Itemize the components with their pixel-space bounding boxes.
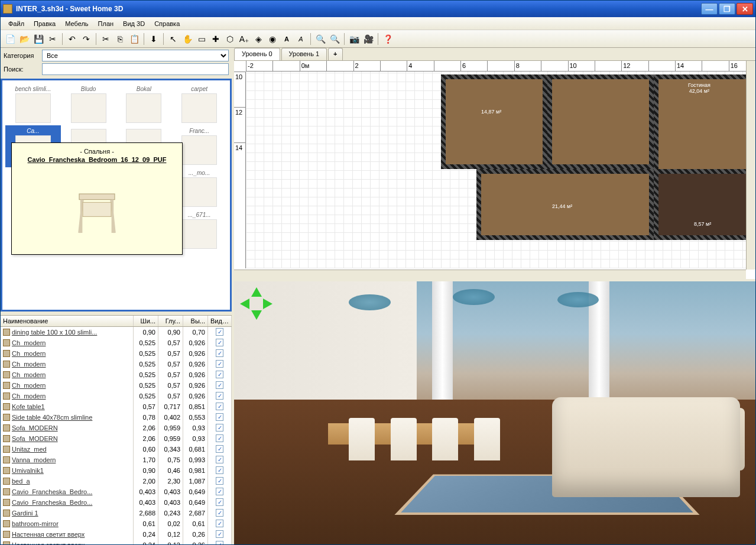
table-row[interactable]: Ch_modern0,5250,570,926✓ [1,348,232,359]
table-row[interactable]: Ch_modern0,5250,570,926✓ [1,369,232,380]
tab-level-0[interactable]: Уровень 0 [234,48,280,60]
cell-visible[interactable]: ✓ [208,348,232,359]
menu-edit[interactable]: Правка [29,18,60,29]
plan-view[interactable]: Уровень 0 Уровень 1 + -20м246810121416 1… [234,48,755,281]
col-width[interactable]: Ши... [134,316,158,326]
menu-furniture[interactable]: Мебель [60,18,93,29]
catalog-item[interactable]: Bludo [61,83,116,125]
cell-visible[interactable]: ✓ [208,411,232,423]
polyline-icon[interactable]: ⬡ [223,33,236,46]
menu-3d[interactable]: Вид 3D [118,18,150,29]
furniture-table[interactable]: Наименование Ши... Глу... Вы... Види... … [1,315,232,545]
cell-visible[interactable]: ✓ [208,507,232,518]
nav-up-icon[interactable] [251,287,262,297]
cell-visible[interactable]: ✓ [208,475,232,486]
table-row[interactable]: Side table 40x78cm slimline0,780,4020,55… [1,412,232,423]
table-row[interactable]: Unitaz_med0,600,3430,681✓ [1,444,232,455]
room-3[interactable]: 21,44 м² [476,169,654,240]
plan-grid[interactable]: 14,87 м² Гостиная 42,04 м² 21,44 м² 8,57… [246,72,755,268]
zoom-out-icon[interactable]: 🔍 [328,33,341,46]
catalog-item[interactable]: bench slimli... [5,83,61,125]
undo-icon[interactable]: ↶ [66,33,79,46]
save-icon[interactable]: 💾 [32,33,45,46]
italic-icon[interactable]: A [294,33,307,46]
table-row[interactable]: Ch_modern0,5250,570,926✓ [1,338,232,348]
table-row[interactable]: Cavio_Francheska_Bedro...0,4030,4030,649… [1,497,232,508]
nav-down-icon[interactable] [251,310,262,320]
table-row[interactable]: Gardini 12,6880,2432,687✓ [1,508,232,518]
minimize-button[interactable]: — [701,3,718,15]
catalog-item[interactable]: carpet [171,83,227,125]
cell-visible[interactable]: ✓ [208,518,232,529]
copy-icon[interactable]: ⎘ [113,33,126,46]
help-icon[interactable]: ❓ [381,33,394,46]
col-name[interactable]: Наименование [1,316,134,326]
cell-visible[interactable]: ✓ [208,369,232,380]
close-button[interactable]: ✕ [736,3,753,15]
table-row[interactable]: Ch_modern0,5250,570,926✓ [1,359,232,369]
table-row[interactable]: dining table 100 x 100 slimli...0,900,90… [1,327,232,338]
zoom-in-icon[interactable]: 🔍 [314,33,327,46]
cell-visible[interactable]: ✓ [208,358,232,369]
cut-icon[interactable]: ✂ [99,33,112,46]
room-icon[interactable]: ✚ [209,33,222,46]
table-row[interactable]: bathroom-mirror0,610,020,61✓ [1,518,232,529]
cell-visible[interactable]: ✓ [208,379,232,391]
table-row[interactable]: Sofa_MODERN2,060,9590,93✓ [1,433,232,444]
col-height[interactable]: Вы... [183,316,208,326]
cell-visible[interactable]: ✓ [208,401,232,412]
cell-visible[interactable]: ✓ [208,390,232,401]
menu-plan[interactable]: План [93,18,119,29]
photo-icon[interactable]: 📷 [348,33,361,46]
select-icon[interactable]: ↖ [167,33,180,46]
category-select[interactable]: Все [42,50,229,61]
catalog-item[interactable]: Bokal [116,83,172,125]
compass-icon[interactable]: ◉ [266,33,279,46]
view-3d[interactable] [234,281,755,544]
cell-visible[interactable]: ✓ [208,497,232,508]
menu-help[interactable]: Справка [150,18,184,29]
bold-icon[interactable]: A [280,33,293,46]
table-row[interactable]: Sofa_MODERN2,060,9590,93✓ [1,423,232,433]
nav-left-icon[interactable] [240,299,249,309]
cell-visible[interactable]: ✓ [208,337,232,348]
wall-icon[interactable]: ▭ [195,33,208,46]
table-row[interactable]: Настенная светит вверх0,240,120,26✓ [1,529,232,540]
table-row[interactable]: Настенная светит вверх0,240,120,26✓ [1,540,232,545]
table-row[interactable]: Ch_modern0,5250,570,926✓ [1,391,232,401]
paste-icon[interactable]: 📋 [128,33,141,46]
menu-file[interactable]: Файл [4,18,29,29]
col-visible[interactable]: Види... [208,316,232,326]
plan-scrollbar-h[interactable] [234,270,746,279]
cell-visible[interactable]: ✓ [208,326,232,338]
plan-scrollbar-v[interactable] [746,61,755,270]
table-row[interactable]: Vanna_modern1,700,750,993✓ [1,455,232,465]
tab-add[interactable]: + [328,48,342,60]
room-4[interactable]: 8,57 м² [654,169,751,240]
pan-icon[interactable]: ✋ [181,33,194,46]
cell-visible[interactable]: ✓ [208,465,232,476]
table-row[interactable]: bed_a2,002,301,087✓ [1,476,232,486]
text-icon[interactable]: ◈ [252,33,265,46]
table-row[interactable]: Umivalnik10,900,460,981✓ [1,465,232,476]
tab-level-1[interactable]: Уровень 1 [281,48,327,60]
prefs-icon[interactable]: ✂ [46,33,59,46]
room-2[interactable] [547,74,654,169]
search-input[interactable] [42,63,229,75]
catalog-view[interactable]: bench slimli...BludoBokalcarpetCa...Fran… [1,79,232,312]
cell-visible[interactable]: ✓ [208,454,232,465]
add-furniture-icon[interactable]: ⬇ [147,33,160,46]
table-row[interactable]: Cavio_Francheska_Bedro...0,4030,4030,649… [1,486,232,497]
cell-visible[interactable]: ✓ [208,433,232,444]
cell-visible[interactable]: ✓ [208,486,232,497]
table-row[interactable]: Ch_modern0,5250,570,926✓ [1,380,232,391]
video-icon[interactable]: 🎥 [362,33,375,46]
room-1[interactable]: 14,87 м² [441,74,547,169]
redo-icon[interactable]: ↷ [80,33,93,46]
open-icon[interactable]: 📂 [18,33,31,46]
col-depth[interactable]: Глу... [158,316,183,326]
cell-visible[interactable]: ✓ [208,539,232,544]
cell-visible[interactable]: ✓ [208,443,232,455]
cell-visible[interactable]: ✓ [208,422,232,433]
dimension-icon[interactable]: A₊ [238,33,251,46]
